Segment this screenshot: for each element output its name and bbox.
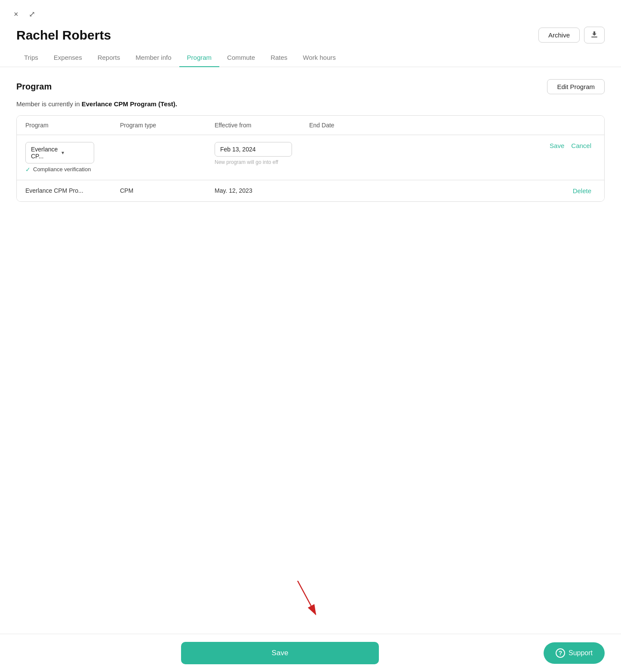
tab-work-hours[interactable]: Work hours (295, 49, 343, 67)
editing-row-actions: Save Cancel (395, 142, 596, 149)
cancel-row-button[interactable]: Cancel (571, 142, 591, 149)
section-header: Program Edit Program (16, 79, 605, 94)
data-row-actions: Delete (395, 187, 596, 194)
table-row: Everlance CPM Pro... CPM May. 12, 2023 D… (17, 180, 604, 201)
save-button-wrap: Save (16, 642, 544, 664)
question-icon: ? (556, 648, 565, 658)
check-icon: ✓ (25, 166, 31, 173)
save-row-button[interactable]: Save (550, 142, 564, 149)
compliance-label: Compliance verification (33, 166, 91, 173)
bottom-bar: Save ? Support (0, 634, 621, 672)
annotation-arrow (285, 581, 336, 621)
info-text-normal: Member is currently in (16, 100, 82, 108)
archive-button[interactable]: Archive (538, 28, 580, 43)
svg-rect-0 (591, 37, 597, 37)
tab-member-info[interactable]: Member info (128, 49, 179, 67)
close-button[interactable]: × (12, 8, 20, 21)
page-title: Rachel Roberts (16, 28, 111, 43)
delete-button[interactable]: Delete (573, 187, 591, 194)
tab-commute[interactable]: Commute (219, 49, 263, 67)
program-table: Program Program type Effective from End … (16, 115, 605, 202)
content-area: Program Edit Program Member is currently… (0, 67, 621, 214)
chevron-down-icon: ▾ (61, 150, 89, 156)
table-row-editing: Everlance CP... ▾ ✓ Compliance verificat… (17, 135, 604, 180)
save-main-button[interactable]: Save (181, 642, 379, 664)
support-label: Support (569, 649, 593, 657)
tab-reports[interactable]: Reports (90, 49, 128, 67)
col-end-date: End Date (309, 122, 395, 129)
page-header: Rachel Roberts Archive (0, 25, 621, 49)
data-program-type-cell: CPM (120, 187, 215, 194)
data-effective-from-cell: May. 12, 2023 (215, 187, 309, 194)
effective-from-cell: New program will go into eff (215, 142, 309, 165)
svg-line-2 (298, 581, 316, 614)
col-program: Program (25, 122, 120, 129)
tab-program[interactable]: Program (179, 49, 220, 67)
download-icon (590, 31, 598, 40)
nav-tabs: Trips Expenses Reports Member info Progr… (0, 49, 621, 67)
compliance-check: ✓ Compliance verification (25, 166, 120, 173)
table-header: Program Program type Effective from End … (17, 116, 604, 135)
program-select[interactable]: Everlance CP... ▾ (25, 142, 94, 163)
support-button[interactable]: ? Support (544, 642, 605, 664)
info-text-bold: Everlance CPM Program (Test). (82, 100, 177, 108)
close-icon: × (14, 10, 18, 18)
tab-rates[interactable]: Rates (263, 49, 295, 67)
download-button[interactable] (584, 27, 605, 43)
date-hint: New program will go into eff (215, 159, 309, 165)
section-title: Program (16, 82, 52, 92)
edit-program-button[interactable]: Edit Program (547, 79, 605, 94)
top-bar: × ⤢ (0, 0, 621, 25)
program-info-text: Member is currently in Everlance CPM Pro… (16, 100, 605, 108)
program-select-value: Everlance CP... (31, 146, 58, 160)
col-program-type: Program type (120, 122, 215, 129)
program-dropdown-cell: Everlance CP... ▾ ✓ Compliance verificat… (25, 142, 120, 173)
data-program-cell: Everlance CPM Pro... (25, 187, 120, 194)
effective-from-input[interactable] (215, 142, 292, 157)
expand-button[interactable]: ⤢ (27, 8, 37, 21)
tab-expenses[interactable]: Expenses (46, 49, 90, 67)
header-actions: Archive (538, 27, 605, 43)
tab-trips[interactable]: Trips (16, 49, 46, 67)
col-actions (395, 122, 596, 129)
expand-icon: ⤢ (29, 10, 35, 18)
col-effective-from: Effective from (215, 122, 309, 129)
